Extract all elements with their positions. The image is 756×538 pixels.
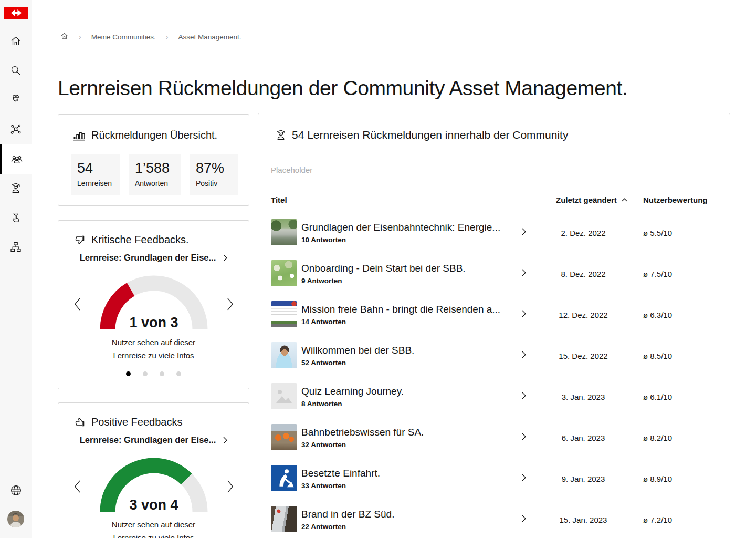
row-date: 6. Jan. 2023 bbox=[539, 433, 628, 442]
row-rating: ø 7.5/10 bbox=[643, 269, 672, 278]
row-title[interactable]: Besetzte Einfahrt. bbox=[301, 468, 380, 479]
sidebar-item-search[interactable] bbox=[0, 56, 32, 85]
gesture-click-icon bbox=[9, 211, 22, 224]
user-avatar[interactable] bbox=[7, 511, 24, 527]
carousel-dot[interactable] bbox=[176, 371, 181, 376]
row-thumbnail-substation bbox=[271, 219, 297, 245]
row-title[interactable]: Willkommen bei der SBB. bbox=[301, 345, 414, 356]
chevron-right-icon[interactable] bbox=[522, 515, 526, 524]
positive-lernreise-label: Lernreise: Grundlagen der Eise... bbox=[80, 435, 216, 445]
chevron-right-icon[interactable] bbox=[522, 228, 526, 237]
positive-feedbacks-card: Positive Feedbacks Lernreise: Grundlagen… bbox=[58, 402, 249, 538]
sbb-double-arrow-icon bbox=[8, 9, 24, 17]
table-row[interactable]: Bahnbetriebswissen für SA. 32 Antworten … bbox=[271, 417, 718, 458]
row-rating: ø 7.2/10 bbox=[643, 515, 672, 524]
row-date: 9. Jan. 2023 bbox=[539, 474, 628, 483]
sidebar-item-home[interactable] bbox=[0, 26, 32, 56]
table-row[interactable]: Willkommen bei der SBB. 52 Antworten 15.… bbox=[271, 335, 718, 376]
sidebar-item-language[interactable] bbox=[0, 475, 32, 505]
row-thumbnail-track-workers bbox=[271, 424, 297, 450]
row-date: 15. Dez. 2022 bbox=[539, 351, 628, 360]
carousel-next-button[interactable] bbox=[225, 296, 235, 312]
lernreisen-table-panel: 54 Lernreisen Rückmeldungen innerhalb de… bbox=[258, 113, 730, 538]
sort-asc-icon bbox=[622, 198, 627, 202]
column-header-titel[interactable]: Titel bbox=[271, 195, 287, 204]
table-row[interactable]: Mission freie Bahn - bringt die Reisende… bbox=[271, 294, 718, 335]
column-header-zuletzt-geaendert[interactable]: Zuletzt geändert bbox=[556, 195, 627, 204]
sidebar-item-sitemap[interactable] bbox=[0, 232, 32, 262]
row-answers: 22 Antworten bbox=[301, 523, 394, 531]
sbb-logo[interactable] bbox=[4, 7, 28, 19]
chevron-left-icon bbox=[74, 480, 81, 493]
row-date: 3. Jan. 2023 bbox=[539, 392, 628, 401]
table-row[interactable]: Besetzte Einfahrt. 33 Antworten 9. Jan. … bbox=[271, 458, 718, 499]
chevron-right-icon bbox=[223, 437, 227, 444]
row-title[interactable]: Brand in der BZ Süd. bbox=[301, 509, 394, 520]
breadcrumb-separator: › bbox=[166, 33, 169, 41]
globe-icon bbox=[9, 484, 23, 497]
row-thumbnail-village-illustration bbox=[271, 260, 297, 286]
chevron-right-icon[interactable] bbox=[522, 351, 526, 360]
sidebar-item-network[interactable] bbox=[0, 115, 32, 144]
carousel-prev-button[interactable] bbox=[72, 479, 82, 494]
gauge-value-label: 3 von 4 bbox=[99, 497, 209, 513]
carousel-next-button[interactable] bbox=[225, 479, 235, 494]
sidebar-item-student[interactable] bbox=[0, 173, 32, 203]
search-input[interactable] bbox=[271, 165, 718, 180]
chevron-right-icon[interactable] bbox=[522, 433, 526, 442]
table-row[interactable]: Grundlagen der Eisenbahntechnik: Energie… bbox=[271, 212, 718, 253]
thumbs-down-icon bbox=[74, 234, 86, 246]
stat-lernreisen: 54 Lernreisen bbox=[71, 154, 120, 195]
critical-lernreise-link[interactable]: Lernreise: Grundlagen der Eise... bbox=[58, 253, 249, 263]
chevron-right-icon[interactable] bbox=[522, 269, 526, 278]
row-answers: 14 Antworten bbox=[301, 318, 500, 326]
row-title[interactable]: Bahnbetriebswissen für SA. bbox=[301, 427, 424, 438]
carousel-dot[interactable] bbox=[160, 371, 164, 376]
sidebar-item-conductor[interactable] bbox=[0, 85, 32, 114]
chevron-right-icon[interactable] bbox=[522, 310, 526, 319]
carousel-prev-button[interactable] bbox=[72, 296, 82, 312]
stat-value: 54 bbox=[77, 160, 114, 176]
positive-lernreise-link[interactable]: Lernreise: Grundlagen der Eise... bbox=[58, 435, 249, 445]
breadcrumb-home[interactable] bbox=[60, 32, 69, 42]
positive-gauge-description: Nutzer sehen auf dieser Lernreise zu vie… bbox=[58, 518, 249, 538]
row-thumbnail-construction-sign bbox=[271, 465, 297, 491]
row-title[interactable]: Onboarding - Dein Start bei der SBB. bbox=[301, 263, 466, 274]
critical-feedbacks-card: Kritische Feedbacks. Lernreise: Grundlag… bbox=[58, 220, 249, 389]
breadcrumb-item-asset-management[interactable]: Asset Management. bbox=[178, 33, 241, 41]
table-row[interactable]: Quiz Learning Journey. 8 Antworten 3. Ja… bbox=[271, 376, 718, 417]
network-icon bbox=[9, 123, 22, 136]
chevron-right-icon[interactable] bbox=[522, 474, 526, 483]
row-date: 2. Dez. 2022 bbox=[539, 228, 628, 237]
carousel-dot[interactable] bbox=[126, 371, 131, 376]
row-thumbnail-woman-photo bbox=[271, 342, 297, 368]
row-title[interactable]: Grundlagen der Eisenbahntechnik: Energie… bbox=[301, 222, 500, 233]
student-icon bbox=[275, 129, 287, 141]
carousel-dot[interactable] bbox=[143, 371, 148, 376]
critical-lernreise-label: Lernreise: Grundlagen der Eise... bbox=[80, 253, 216, 263]
gauge-value-label: 1 von 3 bbox=[99, 315, 209, 331]
row-answers: 10 Antworten bbox=[301, 236, 500, 244]
row-thumbnail-webpage-screenshot bbox=[271, 301, 297, 327]
row-answers: 8 Antworten bbox=[301, 400, 404, 408]
conductor-icon bbox=[9, 93, 22, 106]
search-icon bbox=[9, 64, 22, 77]
sidebar-item-community[interactable] bbox=[0, 144, 32, 174]
row-title[interactable]: Mission freie Bahn - bringt die Reisende… bbox=[301, 304, 500, 315]
stat-label: Positiv bbox=[196, 179, 232, 188]
table-row[interactable]: Onboarding - Dein Start bei der SBB. 9 A… bbox=[271, 253, 718, 294]
column-header-nutzerbewertung[interactable]: Nutzerbewertung bbox=[643, 195, 708, 204]
stat-value: 87% bbox=[196, 160, 232, 176]
row-title[interactable]: Quiz Learning Journey. bbox=[301, 386, 404, 397]
page-title: Lernreisen Rückmeldungen der Community A… bbox=[58, 77, 627, 100]
carousel-dots bbox=[58, 371, 249, 376]
row-rating: ø 5.5/10 bbox=[643, 228, 672, 237]
bar-chart-icon bbox=[72, 128, 86, 142]
image-placeholder-icon bbox=[275, 387, 293, 405]
chevron-right-icon[interactable] bbox=[522, 392, 526, 401]
row-date: 8. Dez. 2022 bbox=[539, 269, 628, 278]
overview-stats: 54 Lernreisen 1’588 Antworten 87% Positi… bbox=[71, 154, 238, 195]
sidebar-item-gesture-click[interactable] bbox=[0, 203, 32, 232]
breadcrumb-item-communities[interactable]: Meine Communities. bbox=[91, 33, 156, 41]
table-row[interactable]: Brand in der BZ Süd. 22 Antworten 15. Ja… bbox=[271, 499, 718, 538]
